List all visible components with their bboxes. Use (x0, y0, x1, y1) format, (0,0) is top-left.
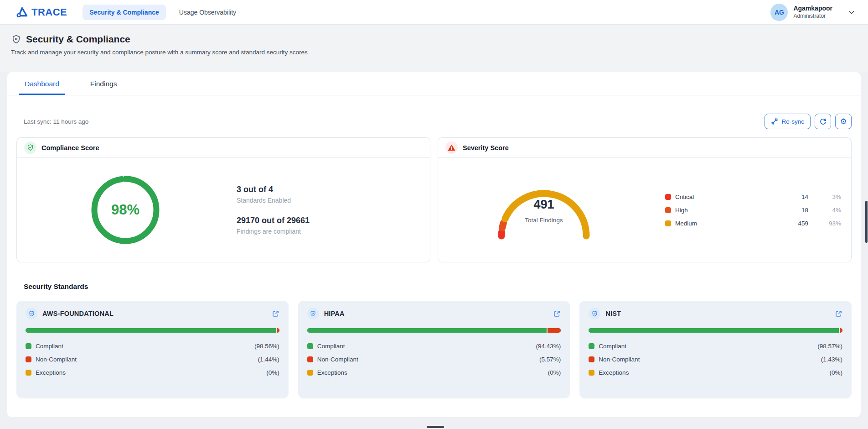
last-sync-text: Last sync: 11 hours ago (24, 118, 88, 125)
legend-row-critical: Critical 14 3% (665, 190, 841, 204)
sync-plug-icon (771, 118, 778, 125)
standard-row: Compliant (94.43%) (307, 340, 561, 353)
exceptions-swatch (589, 370, 594, 376)
standard-row: Non-Compliant (5.57%) (307, 353, 561, 366)
noncompliant-swatch (589, 356, 594, 362)
refresh-button[interactable] (815, 114, 831, 129)
settings-button[interactable]: ⚙ (835, 114, 852, 129)
compliant-swatch (26, 343, 31, 349)
standard-bar (589, 328, 842, 333)
shield-icon (11, 34, 21, 45)
security-standards-heading: Security Standards (24, 283, 852, 291)
exceptions-swatch (26, 370, 31, 376)
resync-button[interactable]: Re-sync (765, 114, 811, 129)
findings-compliant-label: Findings are compliant (237, 228, 310, 235)
external-link-icon[interactable] (835, 310, 842, 318)
page-header: Security & Compliance Track and manage y… (0, 25, 868, 72)
external-link-icon[interactable] (272, 310, 279, 318)
horizontal-scrollbar-thumb[interactable] (427, 426, 444, 428)
avatar: AG (770, 4, 788, 21)
user-role: Administrator (793, 13, 832, 20)
standard-shield-icon (589, 308, 600, 319)
brand-logo[interactable]: TRACE (16, 6, 67, 18)
page-title: Security & Compliance (26, 34, 130, 45)
severity-gauge-chart: 491 Total Findings (489, 178, 599, 241)
high-swatch (665, 207, 671, 213)
standard-row: Exceptions (0%) (589, 366, 842, 379)
trace-logo-icon (16, 6, 28, 18)
compliance-percent: 98% (91, 175, 160, 245)
tab-findings[interactable]: Findings (85, 72, 123, 95)
legend-row-medium: Medium 459 93% (665, 217, 841, 230)
noncompliant-swatch (26, 356, 31, 362)
user-name: Agamkapoor (793, 5, 832, 13)
standard-name: AWS-FOUNDATIONAL (42, 310, 114, 317)
medium-swatch (665, 220, 671, 226)
standards-cards: AWS-FOUNDATIONAL Compliant (98.56%) (16, 301, 852, 398)
compliance-card-title: Compliance Score (41, 144, 99, 152)
standard-name: HIPAA (324, 310, 345, 317)
nav-tab-security-compliance[interactable]: Security & Compliance (83, 5, 166, 20)
nav-tabs: Security & Compliance Usage Observabilit… (83, 5, 243, 20)
total-findings-value: 491 (489, 198, 599, 212)
findings-compliant-value: 29170 out of 29661 (237, 216, 310, 225)
standard-row: Non-Compliant (1.44%) (26, 353, 279, 366)
page-subtitle: Track and manage your security and compl… (11, 49, 868, 56)
compliant-swatch (589, 343, 594, 349)
standards-enabled-value: 3 out of 4 (237, 185, 310, 194)
tab-dashboard[interactable]: Dashboard (19, 72, 65, 95)
standards-card: HIPAA Compliant (94.43%) N (298, 301, 570, 398)
user-menu[interactable]: AG Agamkapoor Administrator (770, 4, 855, 21)
bar-noncompliant (839, 328, 842, 333)
warning-triangle-icon (445, 141, 458, 154)
severity-legend: Critical 14 3% High 18 4% Medium 459 (665, 190, 851, 230)
external-link-icon[interactable] (553, 310, 561, 318)
bar-noncompliant (547, 328, 561, 333)
critical-swatch (665, 194, 671, 200)
noncompliant-swatch (307, 356, 313, 362)
toolbar: Last sync: 11 hours ago Re-sync (16, 114, 852, 129)
compliant-swatch (307, 343, 313, 349)
standard-row: Exceptions (0%) (26, 366, 279, 379)
standard-row: Non-Compliant (1.43%) (589, 353, 842, 366)
chevron-down-icon[interactable] (848, 9, 855, 16)
standards-card: NIST Compliant (98.57%) No (579, 301, 852, 398)
main-panel: Dashboard Findings Last sync: 11 hours a… (7, 72, 861, 417)
standard-row: Compliant (98.57%) (589, 340, 842, 353)
standard-name: NIST (605, 310, 621, 317)
standard-row: Compliant (98.56%) (26, 340, 279, 353)
top-nav: TRACE Security & Compliance Usage Observ… (0, 0, 868, 25)
refresh-icon (819, 118, 827, 126)
total-findings-label: Total Findings (489, 217, 599, 224)
standard-bar (26, 328, 279, 333)
bar-noncompliant (276, 328, 279, 333)
tab-bar: Dashboard Findings (7, 72, 861, 95)
standard-bar (307, 328, 561, 333)
severity-card-title: Severity Score (463, 144, 509, 152)
vertical-scrollbar-thumb[interactable] (865, 201, 868, 243)
standard-row: Exceptions (0%) (307, 366, 561, 379)
standard-shield-icon (26, 308, 37, 319)
standards-enabled-label: Standards Enabled (237, 197, 310, 204)
shield-check-icon (24, 141, 36, 154)
resync-label: Re-sync (781, 118, 804, 125)
standards-card: AWS-FOUNDATIONAL Compliant (98.56%) (16, 301, 289, 398)
brand-name: TRACE (31, 6, 67, 18)
exceptions-swatch (307, 370, 313, 376)
compliance-score-card: Compliance Score 98% 3 out of 4 Standard… (16, 137, 430, 262)
gear-icon: ⚙ (840, 118, 847, 126)
nav-tab-usage-observability[interactable]: Usage Observability (172, 5, 243, 20)
severity-score-card: Severity Score 491 Total Findings Critic… (438, 137, 852, 262)
standard-shield-icon (307, 308, 319, 319)
legend-row-high: High 18 4% (665, 204, 841, 217)
compliance-ring-chart: 98% (91, 175, 160, 245)
